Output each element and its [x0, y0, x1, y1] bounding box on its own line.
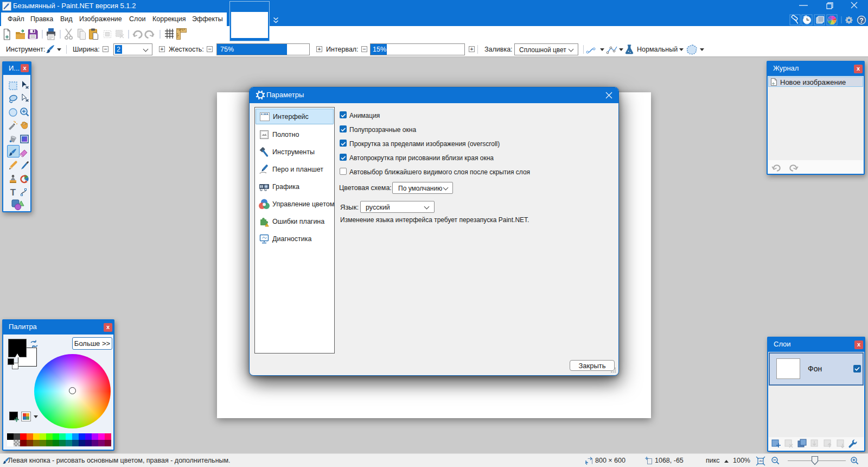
- svg-text:T: T: [10, 187, 16, 198]
- svg-text:?: ?: [859, 17, 863, 24]
- svg-text:!: !: [266, 224, 267, 226]
